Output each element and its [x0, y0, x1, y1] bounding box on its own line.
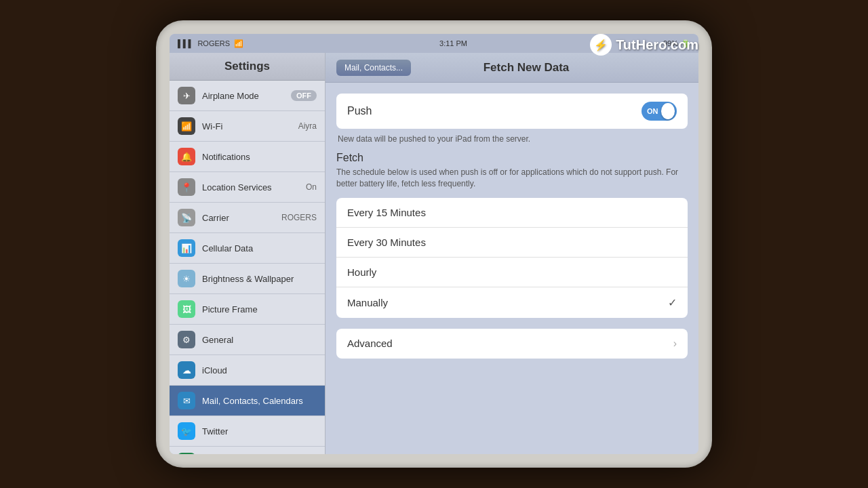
airplane-label: Airplane Mode [202, 91, 284, 101]
sidebar-item-brightness[interactable]: ☀Brightness & Wallpaper [170, 264, 325, 294]
wifi-icon: 📶 [178, 117, 195, 135]
general-label: General [202, 335, 317, 345]
status-bar: ▌▌▌ ROGERS 📶 3:11 PM 99% 🔋 [170, 34, 698, 53]
airplane-toggle[interactable]: OFF [291, 90, 317, 101]
tablet-frame: ⚡ TutHero.com ▌▌▌ ROGERS 📶 3:11 PM 99% 🔋… [156, 20, 712, 468]
icloud-icon: ☁ [178, 361, 195, 379]
carrier-label: Carrier [202, 213, 275, 223]
sidebar-item-picture[interactable]: 🖼Picture Frame [170, 294, 325, 325]
advanced-row[interactable]: Advanced › [336, 329, 688, 359]
brightness-label: Brightness & Wallpaper [202, 274, 317, 284]
sidebar-item-cellular[interactable]: 📊Cellular Data [170, 233, 325, 264]
sidebar-item-wifi[interactable]: 📶Wi-FiAiyra [170, 111, 325, 142]
sidebar-items-list: ✈Airplane ModeOFF📶Wi-FiAiyra🔔Notificatio… [170, 81, 325, 454]
mail-label: Mail, Contacts, Calendars [202, 396, 317, 406]
toggle-knob [661, 103, 675, 119]
sidebar-title: Settings [224, 60, 270, 73]
location-value: On [306, 182, 317, 192]
notifications-icon: 🔔 [178, 148, 195, 165]
breadcrumb-button[interactable]: Mail, Contacts... [336, 60, 411, 76]
sidebar-item-icloud[interactable]: ☁iCloud [170, 355, 325, 386]
main-area: Settings ✈Airplane ModeOFF📶Wi-FiAiyra🔔No… [170, 53, 698, 454]
push-description: New data will be pushed to your iPad fro… [336, 134, 688, 144]
sidebar-item-mail[interactable]: ✉Mail, Contacts, Calendars [170, 386, 325, 416]
cellular-icon: 📊 [178, 239, 195, 257]
status-right: 99% 🔋 [663, 39, 690, 48]
status-time: 3:11 PM [439, 39, 467, 47]
fetch-description: The schedule below is used when push is … [336, 167, 688, 190]
fetch-options-list: Every 15 MinutesEvery 30 MinutesHourlyMa… [336, 198, 688, 318]
tablet-screen: ▌▌▌ ROGERS 📶 3:11 PM 99% 🔋 Settings ✈Air… [170, 34, 698, 454]
icloud-label: iCloud [202, 365, 317, 375]
notifications-label: Notifications [202, 152, 317, 162]
carrier-icon: 📡 [178, 209, 195, 226]
sidebar-item-location[interactable]: 📍Location ServicesOn [170, 172, 325, 203]
carrier-value: ROGERS [281, 213, 317, 222]
fetch-content: Push ON New data will be pushed to your … [326, 83, 698, 454]
push-label: Push [347, 105, 642, 117]
brightness-icon: ☀ [178, 270, 195, 287]
right-panel: Mail, Contacts... Fetch New Data Push ON… [326, 53, 698, 454]
location-label: Location Services [202, 182, 299, 192]
sidebar-item-general[interactable]: ⚙General [170, 325, 325, 355]
sidebar-item-facetime[interactable]: 📹FaceTime [170, 447, 325, 454]
push-toggle[interactable]: ON [642, 102, 677, 121]
sidebar-item-twitter[interactable]: 🐦Twitter [170, 416, 325, 447]
general-icon: ⚙ [178, 331, 195, 348]
picture-icon: 🖼 [178, 300, 195, 318]
option-text-1: Every 30 Minutes [347, 237, 677, 248]
airplane-icon: ✈ [178, 87, 195, 104]
panel-title: Fetch New Data [419, 61, 633, 75]
option-row-3[interactable]: Manually✓ [336, 287, 688, 318]
signal-bars: ▌▌▌ [178, 39, 193, 47]
wifi-icon: 📶 [234, 39, 243, 48]
facetime-icon: 📹 [178, 453, 195, 454]
carrier-name: ROGERS [197, 39, 230, 47]
mail-icon: ✉ [178, 392, 195, 409]
option-text-3: Manually [347, 297, 668, 308]
airplane-toggle-label: OFF [291, 90, 317, 101]
battery-percent: 99% [663, 39, 678, 47]
twitter-label: Twitter [202, 426, 317, 436]
option-row-1[interactable]: Every 30 Minutes [336, 228, 688, 258]
option-checkmark-3: ✓ [668, 296, 677, 309]
battery-icon: 🔋 [681, 39, 690, 48]
option-row-0[interactable]: Every 15 Minutes [336, 198, 688, 228]
location-icon: 📍 [178, 178, 195, 196]
fetch-label: Fetch [336, 152, 688, 164]
sidebar-header: Settings [170, 53, 325, 81]
toggle-on-label: ON [642, 107, 658, 115]
right-header: Mail, Contacts... Fetch New Data [326, 53, 698, 83]
advanced-label: Advanced [347, 338, 673, 349]
settings-sidebar: Settings ✈Airplane ModeOFF📶Wi-FiAiyra🔔No… [170, 53, 326, 454]
sidebar-item-airplane[interactable]: ✈Airplane ModeOFF [170, 81, 325, 111]
sidebar-item-carrier[interactable]: 📡CarrierROGERS [170, 203, 325, 233]
option-row-2[interactable]: Hourly [336, 258, 688, 287]
option-text-0: Every 15 Minutes [347, 207, 677, 218]
cellular-label: Cellular Data [202, 243, 317, 253]
sidebar-item-notifications[interactable]: 🔔Notifications [170, 142, 325, 172]
wifi-value: Aiyra [298, 121, 317, 131]
twitter-icon: 🐦 [178, 422, 195, 440]
wifi-label: Wi-Fi [202, 121, 292, 131]
push-row: Push ON [336, 94, 688, 129]
status-left: ▌▌▌ ROGERS 📶 [178, 39, 243, 48]
option-text-2: Hourly [347, 266, 677, 278]
chevron-right-icon: › [673, 338, 677, 350]
picture-label: Picture Frame [202, 304, 317, 314]
